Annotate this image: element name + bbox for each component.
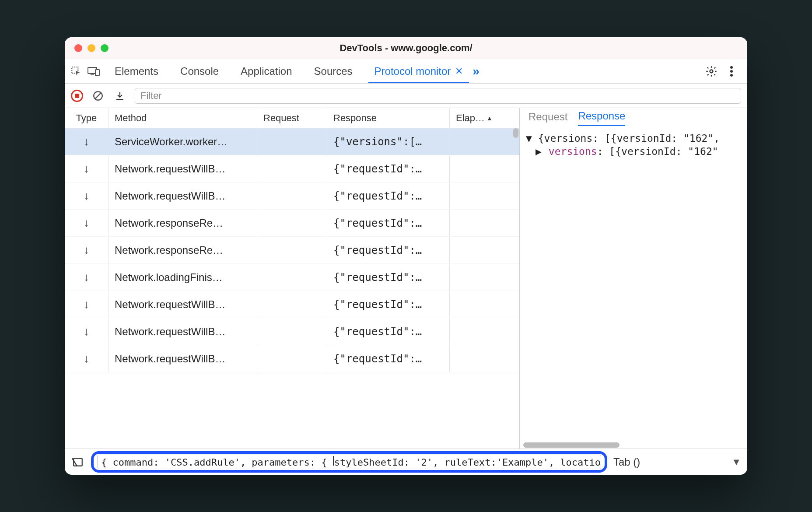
drawer-collapse-icon[interactable]: ▼ <box>732 456 741 468</box>
arrow-down-icon: ↓ <box>84 162 89 175</box>
devtools-window: DevTools - www.google.com/ Elements Cons… <box>65 37 747 475</box>
table-row[interactable]: ↓Network.requestWillB…{"requestId":… <box>65 155 519 182</box>
col-elapsed[interactable]: Elap…▲ <box>450 108 519 128</box>
cell-type: ↓ <box>65 318 108 345</box>
cell-method: Network.requestWillB… <box>108 182 257 209</box>
command-input-highlight: { command: 'CSS.addRule', parameters: { … <box>91 451 607 473</box>
col-request[interactable]: Request <box>257 108 327 128</box>
cell-request <box>257 128 327 155</box>
device-toolbar-icon[interactable] <box>87 64 101 78</box>
json-line[interactable]: ▶ versions: [{versionId: "162" <box>526 146 741 157</box>
download-icon[interactable] <box>113 89 127 103</box>
cell-elapsed <box>450 155 519 182</box>
tab-label: Protocol monitor <box>374 65 451 77</box>
cell-request <box>257 345 327 372</box>
cell-response: {"versions":[… <box>327 128 450 155</box>
tab-console[interactable]: Console <box>174 59 225 83</box>
cell-elapsed <box>450 237 519 263</box>
cell-type: ↓ <box>65 264 108 291</box>
arrow-down-icon: ↓ <box>84 135 89 148</box>
cell-request <box>257 291 327 318</box>
table-row[interactable]: ↓Network.loadingFinis…{"requestId":… <box>65 264 519 291</box>
inspect-element-icon[interactable] <box>69 64 83 78</box>
cell-method: Network.requestWillB… <box>108 291 257 318</box>
svg-point-4 <box>710 70 713 73</box>
cell-request <box>257 210 327 236</box>
clear-icon[interactable] <box>91 89 105 103</box>
table-row[interactable]: ↓Network.requestWillB…{"requestId":… <box>65 291 519 318</box>
cell-response: {"requestId":… <box>327 345 450 372</box>
record-button[interactable] <box>71 90 83 102</box>
cell-response: {"requestId":… <box>327 318 450 345</box>
console-drawer: { command: 'CSS.addRule', parameters: { … <box>65 449 747 475</box>
cell-response: {"requestId":… <box>327 155 450 182</box>
cell-response: {"requestId":… <box>327 237 450 263</box>
cell-type: ↓ <box>65 128 108 155</box>
arrow-down-icon: ↓ <box>84 270 89 284</box>
table-row[interactable]: ↓Network.responseRe…{"requestId":… <box>65 237 519 264</box>
arrow-down-icon: ↓ <box>84 189 89 203</box>
close-window-button[interactable] <box>74 44 82 52</box>
svg-point-6 <box>730 70 733 73</box>
arrow-down-icon: ↓ <box>84 243 89 257</box>
tab-label: Elements <box>115 65 158 77</box>
close-tab-icon[interactable]: ✕ <box>455 66 463 77</box>
filter-input[interactable] <box>135 88 741 104</box>
minimize-window-button[interactable] <box>88 44 95 52</box>
arrow-down-icon: ↓ <box>84 216 89 230</box>
protocol-toolbar <box>65 84 747 108</box>
cell-type: ↓ <box>65 291 108 318</box>
col-type[interactable]: Type <box>65 108 108 128</box>
table-row[interactable]: ↓Network.requestWillB…{"requestId":… <box>65 182 519 210</box>
vertical-scrollbar-thumb[interactable] <box>513 128 518 138</box>
settings-gear-icon[interactable] <box>704 64 718 78</box>
tab-protocol-monitor[interactable]: Protocol monitor ✕ <box>368 59 469 83</box>
horizontal-scrollbar-thumb[interactable] <box>523 442 620 448</box>
tab-application[interactable]: Application <box>234 59 298 83</box>
arrow-down-icon: ↓ <box>84 352 89 365</box>
cell-request <box>257 264 327 291</box>
expand-caret-icon[interactable]: ▶ <box>536 146 542 157</box>
side-tab-response[interactable]: Response <box>578 110 625 126</box>
col-method[interactable]: Method <box>108 108 257 128</box>
tab-elements[interactable]: Elements <box>108 59 164 83</box>
cell-method: Network.requestWillB… <box>108 318 257 345</box>
table-row[interactable]: ↓Network.requestWillB…{"requestId":… <box>65 318 519 345</box>
cell-request <box>257 318 327 345</box>
svg-line-11 <box>72 458 77 466</box>
col-response[interactable]: Response <box>327 108 450 128</box>
json-key: versions <box>549 146 597 157</box>
protocol-table: Type Method Request Response Elap…▲ ↓Ser… <box>65 108 520 449</box>
cell-type: ↓ <box>65 182 108 209</box>
json-line[interactable]: ▼ {versions: [{versionId: "162", <box>526 133 741 144</box>
traffic-lights <box>74 44 108 52</box>
table-row[interactable]: ↓ServiceWorker.worker…{"versions":[… <box>65 128 519 155</box>
cell-elapsed <box>450 128 519 155</box>
cell-method: Network.responseRe… <box>108 210 257 236</box>
cell-elapsed <box>450 345 519 372</box>
cell-method: Network.requestWillB… <box>108 155 257 182</box>
table-body: ↓ServiceWorker.worker…{"versions":[…↓Net… <box>65 128 519 449</box>
drawer-tab[interactable]: Tab () <box>613 456 640 468</box>
zoom-window-button[interactable] <box>101 44 108 52</box>
table-row[interactable]: ↓Network.responseRe…{"requestId":… <box>65 210 519 237</box>
tab-sources[interactable]: Sources <box>308 59 359 83</box>
svg-point-5 <box>730 66 733 69</box>
show-drawer-icon[interactable] <box>71 455 85 469</box>
table-row[interactable]: ↓Network.requestWillB…{"requestId":… <box>65 345 519 372</box>
titlebar: DevTools - www.google.com/ <box>65 37 747 59</box>
window-title: DevTools - www.google.com/ <box>65 42 747 54</box>
command-text: { command: 'CSS.addRule', parameters: { … <box>101 456 601 468</box>
cell-request <box>257 155 327 182</box>
table-header: Type Method Request Response Elap…▲ <box>65 108 519 128</box>
cell-elapsed <box>450 264 519 291</box>
svg-line-9 <box>94 92 101 99</box>
tabs-overflow-icon[interactable]: » <box>472 64 480 78</box>
cell-method: Network.requestWillB… <box>108 345 257 372</box>
main-area: Type Method Request Response Elap…▲ ↓Ser… <box>65 108 747 449</box>
command-input[interactable]: { command: 'CSS.addRule', parameters: { … <box>97 455 601 469</box>
cell-response: {"requestId":… <box>327 210 450 236</box>
side-panel: Request Response ▼ {versions: [{versionI… <box>520 108 747 449</box>
kebab-menu-icon[interactable] <box>724 64 738 78</box>
side-tab-request[interactable]: Request <box>528 111 567 126</box>
